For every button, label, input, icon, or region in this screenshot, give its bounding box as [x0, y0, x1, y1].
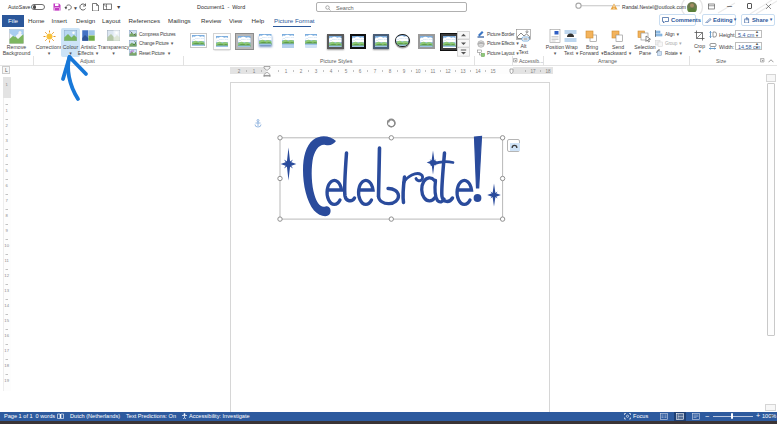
svg-text:2: 2 — [6, 123, 9, 128]
svg-text:15: 15 — [490, 69, 496, 74]
svg-text:9: 9 — [6, 228, 9, 233]
svg-text:2: 2 — [300, 69, 303, 74]
svg-text:18: 18 — [4, 363, 9, 368]
svg-text:1: 1 — [6, 82, 9, 87]
svg-text:4: 4 — [6, 153, 9, 158]
svg-text:14: 14 — [475, 69, 481, 74]
svg-text:17: 17 — [530, 69, 536, 74]
svg-text:19: 19 — [4, 378, 9, 383]
svg-text:11: 11 — [431, 69, 436, 74]
svg-text:3: 3 — [315, 69, 318, 74]
svg-text:11: 11 — [5, 258, 10, 263]
svg-text:9: 9 — [403, 69, 406, 74]
svg-text:8: 8 — [389, 69, 392, 74]
svg-text:8: 8 — [6, 213, 9, 218]
svg-text:7: 7 — [6, 198, 9, 203]
svg-text:5: 5 — [345, 69, 348, 74]
svg-text:4: 4 — [330, 69, 333, 74]
svg-text:6: 6 — [359, 69, 362, 74]
svg-text:10: 10 — [4, 243, 9, 248]
svg-text:5: 5 — [6, 168, 9, 173]
svg-text:13: 13 — [460, 69, 466, 74]
svg-text:15: 15 — [4, 318, 9, 323]
svg-text:13: 13 — [4, 288, 9, 293]
svg-text:14: 14 — [4, 303, 9, 308]
svg-text:18: 18 — [545, 69, 551, 74]
svg-text:1: 1 — [6, 108, 9, 113]
svg-text:1: 1 — [253, 69, 256, 74]
svg-text:1: 1 — [285, 69, 288, 74]
svg-text:16: 16 — [4, 333, 9, 338]
svg-text:3: 3 — [6, 138, 9, 143]
svg-text:12: 12 — [445, 69, 451, 74]
svg-text:6: 6 — [6, 183, 9, 188]
svg-text:12: 12 — [4, 273, 9, 278]
svg-text:17: 17 — [4, 348, 9, 353]
svg-text:2: 2 — [238, 69, 241, 74]
svg-text:7: 7 — [374, 69, 377, 74]
svg-text:10: 10 — [415, 69, 421, 74]
